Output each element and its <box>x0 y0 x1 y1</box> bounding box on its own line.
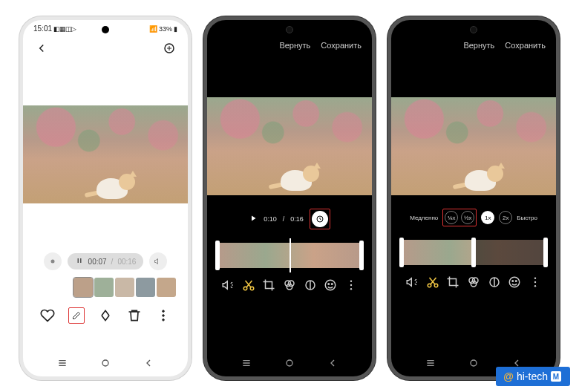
auto-enhance-button[interactable] <box>161 40 177 56</box>
svg-point-22 <box>350 284 352 286</box>
save-button[interactable]: Сохранить <box>321 41 362 50</box>
speed-button[interactable] <box>312 211 328 227</box>
svg-point-36 <box>516 281 517 282</box>
video-preview[interactable] <box>391 97 556 195</box>
svg-point-16 <box>287 284 292 290</box>
trim-handle-end[interactable] <box>359 241 364 270</box>
thumbnail[interactable] <box>157 278 176 297</box>
revert-button[interactable]: Вернуть <box>463 41 494 50</box>
progress-pill[interactable]: 00:07 / 00:16 <box>68 253 144 270</box>
trim-handle-start[interactable] <box>215 241 220 270</box>
audio-tool[interactable] <box>221 278 235 295</box>
nav-home[interactable] <box>468 357 480 372</box>
capture-button[interactable] <box>44 252 62 270</box>
status-icons-right: 📶 <box>149 25 157 33</box>
phone-video-editor-2: Вернуть Сохранить Медленно ⅛x ½x 1x 2x Б… <box>387 16 560 380</box>
editor-top-bar: Вернуть Сохранить <box>207 20 372 54</box>
revert-button[interactable]: Вернуть <box>279 41 310 50</box>
crop-tool[interactable] <box>262 278 275 295</box>
nav-home[interactable] <box>284 357 295 372</box>
speed-badge-highlight <box>310 209 330 229</box>
time-total: 00:16 <box>117 258 136 266</box>
camera-punch-hole <box>102 26 109 33</box>
fast-label: Быстро <box>517 215 537 221</box>
video-frame-image <box>391 97 556 195</box>
more-button[interactable] <box>155 307 171 324</box>
mute-button[interactable] <box>149 252 167 270</box>
sticker-tool[interactable] <box>508 275 521 292</box>
svg-point-21 <box>350 281 352 282</box>
trim-handle-start[interactable] <box>399 238 404 267</box>
save-button[interactable]: Сохранить <box>505 41 546 50</box>
nav-recents[interactable] <box>241 357 252 372</box>
playhead[interactable] <box>290 238 291 272</box>
play-button[interactable] <box>249 214 258 224</box>
svg-point-6 <box>163 319 165 321</box>
video-frame-image <box>207 97 372 195</box>
editor-top-bar: Вернуть Сохранить <box>391 20 556 54</box>
favorite-button[interactable] <box>39 307 56 324</box>
pause-button[interactable] <box>75 256 84 267</box>
crop-tool[interactable] <box>446 275 459 292</box>
svg-rect-2 <box>77 258 79 263</box>
share-button[interactable] <box>97 307 114 324</box>
more-tool[interactable] <box>344 278 358 295</box>
trim-tool[interactable] <box>242 278 255 295</box>
time-separator: / <box>111 258 114 266</box>
video-preview[interactable] <box>23 105 188 203</box>
thumbnail[interactable] <box>136 278 155 297</box>
svg-point-38 <box>534 281 536 283</box>
bottom-action-bar <box>23 297 188 327</box>
nav-recents[interactable] <box>56 357 68 372</box>
trimmed-region-mask <box>474 240 546 265</box>
thumbnail[interactable] <box>115 278 134 297</box>
adjust-tool[interactable] <box>304 278 317 295</box>
video-preview[interactable] <box>207 97 372 195</box>
thumbnail[interactable] <box>94 278 114 297</box>
speed-selector: Медленно ⅛x ½x 1x 2x Быстро <box>391 209 556 226</box>
thumbnail-strip[interactable] <box>23 278 188 297</box>
cat-subject <box>460 158 505 191</box>
svg-point-19 <box>328 284 330 285</box>
watermark-badge: M <box>551 371 561 382</box>
filter-tool[interactable] <box>467 275 480 292</box>
speed-highlight: ⅛x ½x <box>442 209 477 226</box>
delete-button[interactable] <box>126 307 143 324</box>
time-current: 0:10 <box>264 215 277 223</box>
svg-rect-3 <box>80 258 82 263</box>
nav-back[interactable] <box>143 357 154 372</box>
trim-handle-end[interactable] <box>543 238 548 267</box>
speed-option-2x[interactable]: 2x <box>499 211 512 224</box>
battery-icon: ▮ <box>174 25 177 33</box>
time-separator: / <box>283 215 285 223</box>
thumbnail[interactable] <box>73 278 93 297</box>
audio-tool[interactable] <box>405 275 419 292</box>
filter-tool[interactable] <box>283 278 296 295</box>
speed-option-half[interactable]: ½x <box>461 211 474 224</box>
time-current: 00:07 <box>88 258 107 266</box>
more-tool[interactable] <box>529 275 542 292</box>
watermark-at: @ <box>503 370 514 382</box>
trim-tool[interactable] <box>426 275 439 292</box>
svg-point-35 <box>512 281 514 282</box>
speed-option-eighth[interactable]: ⅛x <box>445 211 458 224</box>
nav-recents[interactable] <box>425 357 436 372</box>
svg-point-20 <box>332 284 333 285</box>
cat-subject <box>92 166 137 199</box>
nav-home[interactable] <box>99 357 111 372</box>
status-time: 15:01 <box>33 24 52 33</box>
trim-filmstrip[interactable] <box>217 243 362 268</box>
svg-point-27 <box>287 360 292 366</box>
speed-option-1x[interactable]: 1x <box>481 211 494 224</box>
svg-point-4 <box>163 310 165 313</box>
sticker-tool[interactable] <box>324 278 337 295</box>
edit-button[interactable] <box>68 307 85 324</box>
adjust-tool[interactable] <box>488 275 501 292</box>
svg-point-37 <box>534 278 536 279</box>
trim-handle-mid[interactable] <box>471 238 476 267</box>
svg-point-10 <box>102 360 108 366</box>
nav-back[interactable] <box>327 357 338 372</box>
status-battery: 33% <box>159 25 172 33</box>
trim-filmstrip[interactable] <box>402 240 546 265</box>
back-button[interactable] <box>33 40 50 56</box>
